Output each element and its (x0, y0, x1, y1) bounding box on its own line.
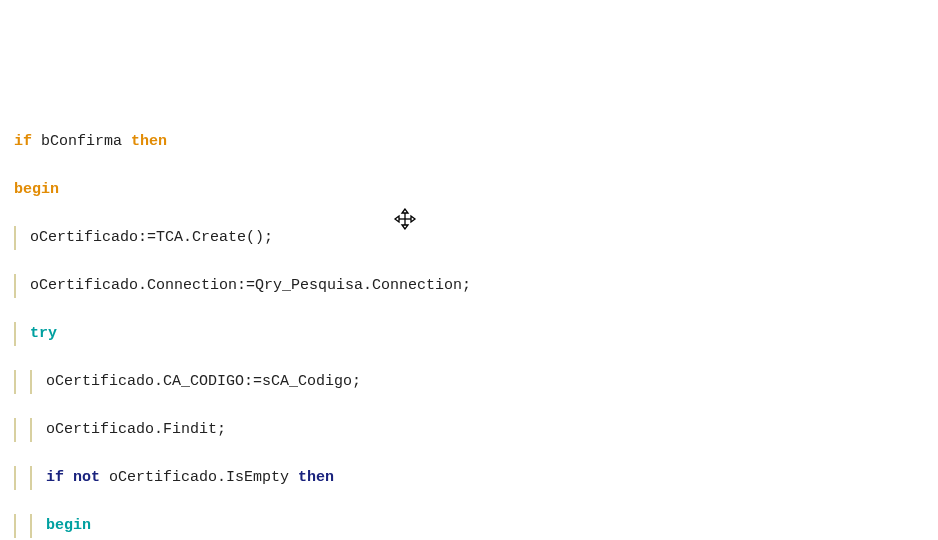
statement: oCertificado.CA_CODIGO:=sCA_Codigo; (46, 373, 361, 390)
identifier: bConfirma (41, 133, 122, 150)
code-editor-view: if bConfirma then begin oCertificado:=TC… (14, 106, 924, 540)
statement: oCertificado:=TCA.Create(); (30, 229, 273, 246)
code-line: if not oCertificado.IsEmpty then (14, 466, 924, 490)
keyword-try: try (30, 325, 57, 342)
code-line: oCertificado.CA_CODIGO:=sCA_Codigo; (14, 370, 924, 394)
keyword-not: not (73, 469, 100, 486)
keyword-if: if (14, 133, 32, 150)
code-line: begin (14, 514, 924, 538)
code-line: try (14, 322, 924, 346)
code-line: if bConfirma then (14, 130, 924, 154)
keyword-begin: begin (46, 517, 91, 534)
expression: oCertificado.IsEmpty (100, 469, 298, 486)
statement: oCertificado.Connection:=Qry_Pesquisa.Co… (30, 277, 471, 294)
keyword-then: then (298, 469, 334, 486)
code-line: oCertificado.Connection:=Qry_Pesquisa.Co… (14, 274, 924, 298)
statement: oCertificado.Findit; (46, 421, 226, 438)
keyword-begin: begin (14, 181, 59, 198)
code-line: oCertificado.Findit; (14, 418, 924, 442)
code-line: begin (14, 178, 924, 202)
keyword-then: then (131, 133, 167, 150)
keyword-if: if (46, 469, 64, 486)
code-line: oCertificado:=TCA.Create(); (14, 226, 924, 250)
